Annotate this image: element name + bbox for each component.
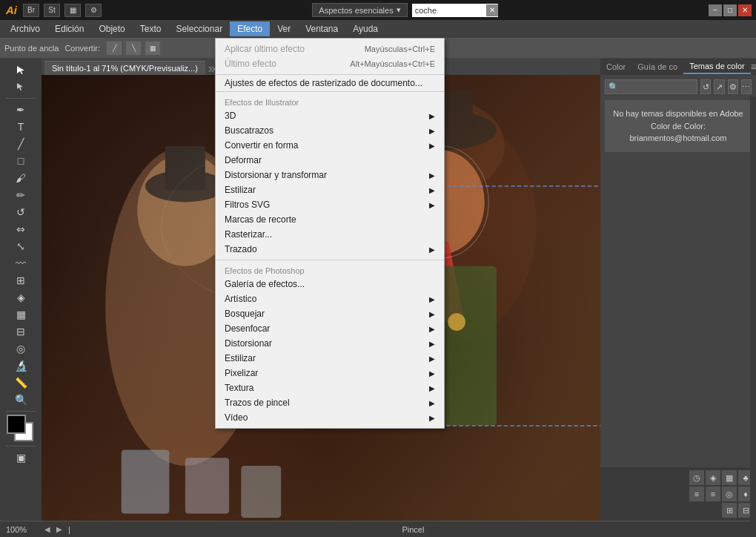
mesh-tool[interactable]: ⊟ bbox=[3, 323, 39, 340]
search-input[interactable] bbox=[412, 6, 486, 15]
menu-efecto[interactable]: Efecto bbox=[230, 22, 270, 36]
last-effect-label: Último efecto bbox=[225, 59, 276, 69]
eyedrop-tool[interactable]: 🔬 bbox=[3, 358, 39, 374]
panel-icon-2[interactable]: ◈ bbox=[706, 470, 720, 485]
gradient-tool[interactable]: ▦ bbox=[3, 306, 39, 323]
panel-search-input[interactable] bbox=[605, 79, 697, 94]
free-transform[interactable]: ⊞ bbox=[3, 272, 39, 289]
filter-btn[interactable]: ⚙ bbox=[728, 79, 738, 94]
apply-last-effect[interactable]: Aplicar último efecto Mayúsculas+Ctrl+E bbox=[216, 42, 444, 56]
panel-content: ↺ ↗ ⚙ ⋯ No hay temas disponibles en Adob… bbox=[600, 75, 756, 467]
screen-mode[interactable]: ▣ bbox=[3, 449, 39, 466]
right-scrollbar[interactable] bbox=[750, 96, 756, 527]
effect-artistico[interactable]: Artístico▶ bbox=[216, 291, 444, 306]
menu-objeto[interactable]: Objeto bbox=[91, 22, 132, 36]
close-btn[interactable]: ✕ bbox=[738, 4, 752, 16]
panel-tabs: Color Guía de co Temas de color ≡ ✕ bbox=[600, 59, 756, 75]
effect-pixelizar[interactable]: Pixelizar▶ bbox=[216, 366, 444, 380]
select-tool[interactable] bbox=[3, 62, 39, 78]
photoshop-label: Efectos de Photoshop bbox=[216, 263, 444, 277]
extra-btn[interactable]: ⚙ bbox=[85, 4, 102, 17]
effect-convertir[interactable]: Convertir en forma▶ bbox=[216, 138, 444, 153]
effect-marcas[interactable]: Marcas de recorte bbox=[216, 212, 444, 227]
current-tool-label: Pincel bbox=[402, 525, 424, 534]
rect-tool[interactable]: □ bbox=[3, 153, 39, 169]
rotate-tool[interactable]: ↺ bbox=[3, 204, 39, 220]
canvas-tab-main[interactable]: Sin título-1 al 71% (CMYK/Previsualiz...… bbox=[44, 61, 205, 75]
svg-rect-17 bbox=[241, 466, 281, 518]
next-btn[interactable]: ▶ bbox=[56, 525, 62, 533]
panel-icon-9[interactable]: ⊞ bbox=[722, 503, 737, 518]
effect-menu[interactable]: Aplicar último efecto Mayúsculas+Ctrl+E … bbox=[215, 38, 445, 429]
panel-icon-5[interactable]: ≡ bbox=[689, 487, 704, 501]
effect-distorsionar-ps[interactable]: Distorsionar▶ bbox=[216, 336, 444, 351]
right-panel: Color Guía de co Temas de color ≡ ✕ ↺ ↗ … bbox=[600, 59, 756, 521]
anchor-tool-2[interactable]: ╲ bbox=[125, 41, 142, 56]
effect-galeria[interactable]: Galería de efectos... bbox=[216, 277, 444, 291]
tool-label: Punto de ancla bbox=[4, 44, 59, 53]
effect-buscatrazos[interactable]: Buscatrazos▶ bbox=[216, 123, 444, 138]
effect-trazado[interactable]: Trazado▶ bbox=[216, 242, 444, 257]
panel-icon-7[interactable]: ◎ bbox=[722, 487, 737, 501]
shape-builder[interactable]: ◈ bbox=[3, 289, 39, 306]
last-effect[interactable]: Último efecto Alt+Mayúsculas+Ctrl+E bbox=[216, 56, 444, 71]
foreground-color[interactable] bbox=[7, 415, 26, 434]
window-controls: − □ ✕ bbox=[709, 4, 752, 16]
tab-temas[interactable]: Temas de color bbox=[683, 59, 751, 74]
view-btn[interactable]: ▦ bbox=[64, 4, 81, 17]
menu-texto[interactable]: Texto bbox=[133, 22, 169, 36]
rasterize-item[interactable]: Ajustes de efectos de rasterizado de doc… bbox=[216, 75, 444, 92]
more-btn[interactable]: ⋯ bbox=[741, 79, 752, 94]
panel-icon-6[interactable]: ≡ bbox=[706, 487, 720, 501]
effect-video[interactable]: Vídeo▶ bbox=[216, 410, 444, 425]
search-clear-btn[interactable]: ✕ bbox=[486, 4, 498, 16]
effect-rasterizar[interactable]: Rasterizar... bbox=[216, 227, 444, 242]
menu-archivo[interactable]: Archivo bbox=[3, 22, 47, 36]
prev-btn[interactable]: ◀ bbox=[44, 525, 50, 533]
tab-guia[interactable]: Guía de co bbox=[631, 60, 683, 73]
effect-desenfocar[interactable]: Desenfocar▶ bbox=[216, 321, 444, 336]
measure-tool[interactable]: 📏 bbox=[3, 375, 39, 391]
menu-ventana[interactable]: Ventana bbox=[298, 22, 345, 36]
mirror-tool[interactable]: ⇔ bbox=[3, 221, 39, 237]
effect-filtros-svg[interactable]: Filtros SVG▶ bbox=[216, 197, 444, 212]
maximize-btn[interactable]: □ bbox=[723, 4, 737, 16]
effect-textura[interactable]: Textura▶ bbox=[216, 380, 444, 395]
effect-3d[interactable]: 3D▶ bbox=[216, 108, 444, 123]
statusbar: 100% ◀ ▶ | Pincel bbox=[0, 521, 756, 537]
bridge-btn[interactable]: Br bbox=[23, 4, 39, 17]
type-tool[interactable]: T bbox=[3, 119, 39, 135]
effect-distorsionar[interactable]: Distorsionar y transformar▶ bbox=[216, 168, 444, 182]
zoom-tool[interactable]: 🔍 bbox=[3, 392, 39, 408]
tab-color[interactable]: Color bbox=[600, 60, 631, 73]
blend-tool[interactable]: ◎ bbox=[3, 340, 39, 357]
color-selector[interactable] bbox=[7, 415, 35, 443]
anchor-tool-1[interactable]: ╱ bbox=[106, 41, 122, 56]
panel-icon-1[interactable]: ◷ bbox=[689, 470, 704, 485]
workspace-selector[interactable]: Aspectos esenciales ▾ bbox=[312, 3, 407, 17]
effect-trazos-pincel[interactable]: Trazos de pincel▶ bbox=[216, 395, 444, 410]
panel-icon-3[interactable]: ▦ bbox=[722, 470, 737, 485]
pen-tool[interactable]: ✒ bbox=[3, 102, 39, 118]
share-btn[interactable]: ↗ bbox=[714, 79, 724, 94]
stock-btn[interactable]: St bbox=[44, 4, 60, 17]
menu-ayuda[interactable]: Ayuda bbox=[345, 22, 385, 36]
manage-tool[interactable]: ▦ bbox=[145, 41, 161, 56]
warp-tool[interactable]: 〰 bbox=[3, 255, 39, 271]
menu-ver[interactable]: Ver bbox=[270, 22, 298, 36]
no-themes-message: No hay temas disponibles en Adobe Color … bbox=[605, 100, 752, 152]
effect-estilizar-i[interactable]: Estilizar▶ bbox=[216, 182, 444, 197]
menu-seleccionar[interactable]: Seleccionar bbox=[168, 22, 230, 36]
effect-bosquejar[interactable]: Bosquejar▶ bbox=[216, 306, 444, 321]
menu-edicion[interactable]: Edición bbox=[47, 22, 91, 36]
refresh-btn[interactable]: ↺ bbox=[700, 79, 711, 94]
effect-estilizar-ps[interactable]: Estilizar▶ bbox=[216, 351, 444, 366]
pencil-tool[interactable]: ✏ bbox=[3, 187, 39, 203]
paintbrush-tool[interactable]: 🖌 bbox=[3, 170, 39, 186]
effect-deformar[interactable]: Deformar bbox=[216, 153, 444, 168]
scale-tool[interactable]: ⤡ bbox=[3, 238, 39, 254]
minimize-btn[interactable]: − bbox=[709, 4, 722, 16]
direct-select-tool[interactable] bbox=[3, 79, 39, 95]
line-tool[interactable]: ╱ bbox=[3, 136, 39, 152]
panel-menu-btn[interactable]: ≡ bbox=[751, 61, 756, 73]
